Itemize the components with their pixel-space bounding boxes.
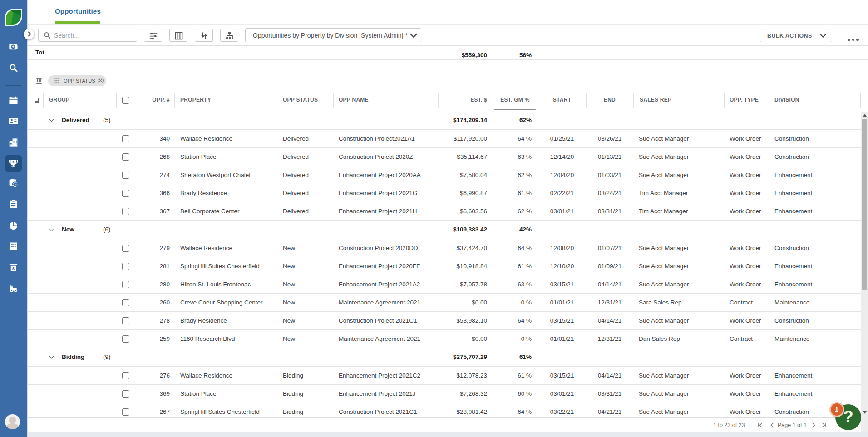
svg-text:$: $ xyxy=(12,266,15,271)
